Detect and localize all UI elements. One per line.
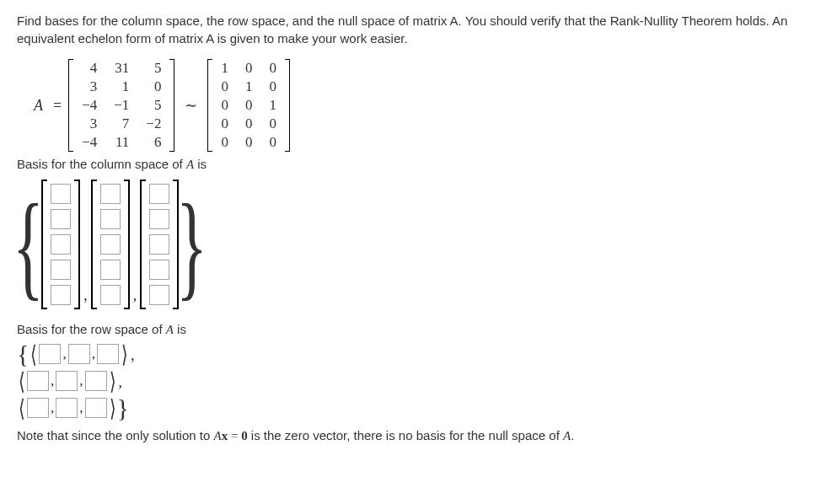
matrix-cell: −4 xyxy=(73,96,105,115)
row-equiv-symbol: ∼ xyxy=(185,96,197,115)
matrix-cell: 0 xyxy=(260,78,285,96)
answer-input[interactable] xyxy=(51,234,71,255)
answer-input[interactable] xyxy=(51,184,71,204)
answer-input[interactable] xyxy=(51,209,71,229)
answer-input[interactable] xyxy=(51,260,71,280)
angle-close: ⟩ xyxy=(121,342,128,366)
equals-sign: = xyxy=(53,97,62,115)
angle-open: ⟨ xyxy=(19,396,25,420)
answer-input[interactable] xyxy=(85,398,107,418)
separator-comma: , xyxy=(79,373,83,389)
angle-close: ⟩ xyxy=(109,369,115,393)
matrix-lhs-symbol: A xyxy=(34,97,43,115)
matrix-cell: −4 xyxy=(73,133,105,152)
answer-input[interactable] xyxy=(27,398,49,418)
column-vector xyxy=(140,180,179,309)
column-space-basis: { ,, } xyxy=(17,177,820,312)
matrix-cell: 7 xyxy=(105,115,137,133)
matrix-cell: 0 xyxy=(212,115,237,133)
answer-input[interactable] xyxy=(97,344,119,364)
matrix-cell: 0 xyxy=(260,133,285,152)
answer-input[interactable] xyxy=(85,371,107,391)
answer-input[interactable] xyxy=(149,184,169,204)
matrix-cell: 0 xyxy=(237,133,261,152)
separator-comma: , xyxy=(131,346,135,364)
separator-comma: , xyxy=(133,287,137,304)
brace-close: } xyxy=(117,396,129,420)
row-vector: ⟨,,⟩, xyxy=(17,369,820,393)
row-space-label: Basis for the row space of A is xyxy=(17,322,820,337)
separator-comma: , xyxy=(92,346,95,362)
matrix-cell: 0 xyxy=(212,133,237,152)
answer-input[interactable] xyxy=(149,209,169,229)
row-space-basis: {⟨,,⟩,⟨,,⟩,⟨,,⟩} xyxy=(17,342,820,420)
matrix-cell: 0 xyxy=(137,78,169,96)
angle-open: ⟨ xyxy=(19,369,25,393)
matrix-cell: 0 xyxy=(212,96,237,115)
column-vector xyxy=(41,180,80,309)
answer-input[interactable] xyxy=(68,344,90,364)
separator-comma: , xyxy=(62,346,66,362)
answer-input[interactable] xyxy=(149,234,169,255)
matrix-echelon: 100010001000000 xyxy=(207,59,290,152)
column-space-label: Basis for the column space of A is xyxy=(17,157,820,172)
row-vector: {⟨,,⟩, xyxy=(17,342,820,366)
null-space-note: Note that since the only solution to Ax … xyxy=(17,428,820,443)
answer-input[interactable] xyxy=(149,285,169,305)
column-vector xyxy=(91,180,130,309)
matrix-cell: 1 xyxy=(237,78,261,96)
matrix-equation: A = 4315310−4−1537−2−4116 ∼ 100010001000… xyxy=(34,59,820,152)
matrix-cell: 6 xyxy=(137,133,169,152)
separator-comma: , xyxy=(119,373,123,391)
brace-open: { xyxy=(13,177,44,312)
separator-comma: , xyxy=(83,287,88,304)
matrix-cell: 5 xyxy=(137,96,169,115)
angle-close: ⟩ xyxy=(109,396,115,420)
separator-comma: , xyxy=(51,399,54,416)
separator-comma: , xyxy=(79,399,83,416)
brace-close: } xyxy=(176,177,207,312)
answer-input[interactable] xyxy=(149,260,169,280)
angle-open: ⟨ xyxy=(30,342,37,366)
answer-input[interactable] xyxy=(100,184,121,204)
matrix-cell: 1 xyxy=(212,59,237,78)
matrix-cell: −1 xyxy=(105,96,137,115)
matrix-cell: −2 xyxy=(137,115,169,133)
matrix-cell: 0 xyxy=(260,59,285,78)
answer-input[interactable] xyxy=(56,371,78,391)
answer-input[interactable] xyxy=(100,234,121,255)
answer-input[interactable] xyxy=(27,371,49,391)
matrix-cell: 1 xyxy=(260,96,285,115)
matrix-cell: 5 xyxy=(137,59,169,78)
matrix-cell: 3 xyxy=(73,115,105,133)
matrix-cell: 3 xyxy=(73,78,105,96)
brace-open: { xyxy=(17,342,29,366)
answer-input[interactable] xyxy=(100,260,121,280)
answer-input[interactable] xyxy=(51,285,71,305)
answer-input[interactable] xyxy=(39,344,61,364)
matrix-cell: 4 xyxy=(73,59,105,78)
problem-instructions: Find bases for the column space, the row… xyxy=(17,12,820,47)
answer-input[interactable] xyxy=(100,209,121,229)
matrix-cell: 1 xyxy=(105,78,137,96)
separator-comma: , xyxy=(51,373,54,389)
matrix-cell: 31 xyxy=(105,59,137,78)
matrix-cell: 0 xyxy=(237,59,261,78)
matrix-cell: 0 xyxy=(260,115,285,133)
row-vector: ⟨,,⟩} xyxy=(17,396,820,420)
answer-input[interactable] xyxy=(100,285,121,305)
matrix-cell: 0 xyxy=(237,96,261,115)
matrix-a: 4315310−4−1537−2−4116 xyxy=(68,59,174,152)
matrix-cell: 0 xyxy=(237,115,261,133)
matrix-cell: 11 xyxy=(105,133,137,152)
answer-input[interactable] xyxy=(56,398,78,418)
matrix-cell: 0 xyxy=(212,78,237,96)
